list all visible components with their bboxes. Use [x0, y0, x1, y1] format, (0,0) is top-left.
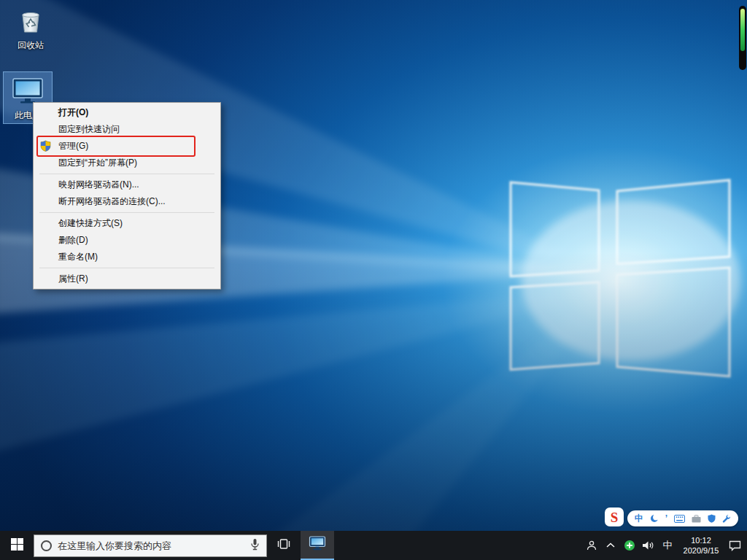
menu-item-rename[interactable]: 重命名(M) — [34, 249, 220, 265]
computer-icon — [309, 535, 326, 554]
windows-logo-icon — [11, 538, 23, 553]
desktop-icon-recycle-bin[interactable]: 回收站 — [6, 7, 55, 50]
antivirus-icon[interactable] — [620, 531, 639, 560]
language-indicator[interactable]: 中 — [658, 531, 677, 560]
clock-date: 2020/9/15 — [684, 545, 719, 556]
task-view-button[interactable] — [267, 531, 301, 560]
shield-icon[interactable] — [708, 514, 716, 523]
ime-language-toggle[interactable]: 中 — [635, 510, 643, 526]
recycle-bin-icon — [17, 7, 44, 38]
volume-icon[interactable] — [639, 531, 658, 560]
keyboard-icon[interactable] — [674, 515, 685, 523]
menu-item-create-shortcut[interactable]: 创建快捷方式(S) — [34, 215, 220, 232]
menu-item-properties[interactable]: 属性(R) — [34, 271, 220, 287]
svg-text:S: S — [610, 510, 618, 525]
system-tray: 中 10:12 2020/9/15 — [582, 531, 747, 560]
uac-shield-icon — [40, 140, 52, 152]
wrench-icon[interactable] — [722, 514, 731, 523]
start-button[interactable] — [0, 531, 34, 560]
menu-separator — [39, 268, 214, 268]
taskbar-app-this-pc[interactable] — [301, 531, 334, 560]
taskbar-clock[interactable]: 10:12 2020/9/15 — [677, 531, 725, 560]
menu-item-manage-label: 管理(G) — [58, 141, 88, 151]
sogou-logo-icon[interactable]: S — [605, 508, 624, 529]
this-pc-context-menu: 打开(O) 固定到快速访问 管理(G) 固定到“开始”屏幕(P) 映射网络驱动器… — [33, 102, 221, 289]
menu-item-open[interactable]: 打开(O) — [34, 104, 220, 121]
search-input[interactable] — [58, 540, 244, 551]
action-center-icon[interactable] — [725, 531, 744, 560]
moon-icon[interactable] — [650, 514, 659, 523]
menu-item-map-network-drive[interactable]: 映射网络驱动器(N)... — [34, 176, 220, 193]
menu-item-disconnect-network-drive[interactable]: 断开网络驱动器的连接(C)... — [34, 193, 220, 210]
menu-item-delete[interactable]: 删除(D) — [34, 232, 220, 249]
user-icon[interactable] — [582, 531, 601, 560]
mic-icon[interactable] — [250, 538, 260, 553]
clock-time: 10:12 — [691, 535, 711, 545]
menu-separator — [39, 212, 214, 213]
menu-separator — [39, 174, 214, 174]
toolbox-icon[interactable] — [692, 515, 701, 523]
taskbar-search[interactable] — [34, 534, 267, 557]
edge-slider-level — [740, 9, 745, 51]
task-view-icon — [276, 537, 291, 554]
quote-icon[interactable]: ’ — [665, 510, 667, 526]
chevron-up-icon[interactable] — [601, 531, 620, 560]
taskbar: 中 10:12 2020/9/15 — [0, 531, 747, 560]
menu-item-pin-start[interactable]: 固定到“开始”屏幕(P) — [34, 155, 220, 171]
recycle-bin-label: 回收站 — [18, 40, 44, 50]
menu-item-pin-quick-access[interactable]: 固定到快速访问 — [34, 121, 220, 138]
ime-toolbar-pill: 中 ’ — [627, 510, 738, 526]
sogou-ime-bar: S 中 ’ — [605, 509, 738, 528]
edge-brightness-slider[interactable] — [739, 6, 746, 70]
menu-item-manage[interactable]: 管理(G) — [34, 138, 220, 155]
search-icon — [41, 540, 52, 551]
